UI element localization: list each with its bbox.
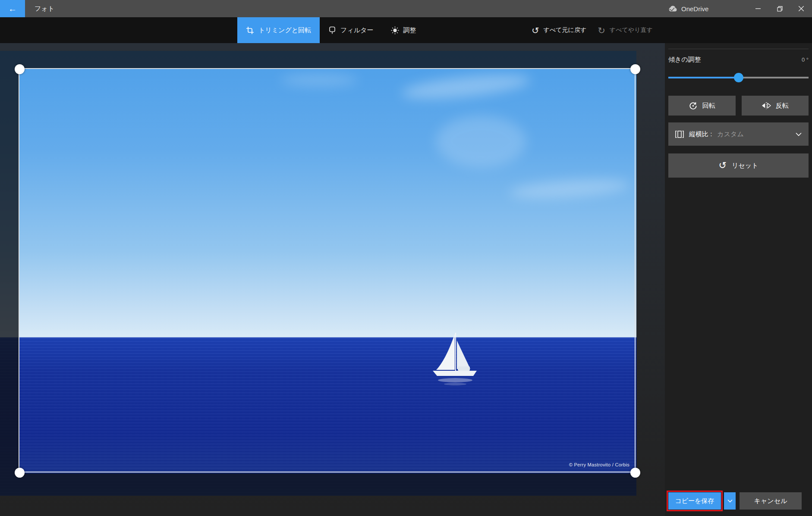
window-controls <box>747 0 812 17</box>
crop-icon <box>246 26 254 34</box>
flip-label: 反転 <box>776 102 789 110</box>
undo-label: すべて元に戻す <box>544 26 587 34</box>
reset-label: リセット <box>732 162 758 170</box>
editor-canvas: © Perry Mastrovito / Corbis <box>0 43 665 516</box>
rotate-flip-row: 回転 反転 <box>668 96 809 116</box>
close-button[interactable] <box>790 0 812 17</box>
tab-label: トリミングと回転 <box>258 26 311 34</box>
straighten-label: 傾きの調整 <box>668 56 701 64</box>
undo-all-button[interactable]: ↺ すべて元に戻す <box>532 17 586 43</box>
tab-label: フィルター <box>340 26 373 34</box>
straighten-row: 傾きの調整 0 ° <box>668 56 809 64</box>
restore-icon <box>777 6 783 12</box>
restore-button[interactable] <box>769 0 790 17</box>
onedrive-indicator[interactable]: OneDrive <box>668 0 708 17</box>
crop-handle-bottom-right[interactable] <box>630 468 640 478</box>
back-button[interactable]: ← <box>0 0 25 17</box>
straighten-slider[interactable] <box>668 72 809 83</box>
minimize-button[interactable] <box>747 0 769 17</box>
slider-fill <box>668 77 739 78</box>
panel-footer: コピーを保存 キャンセル <box>668 492 809 510</box>
rotate-button[interactable]: 回転 <box>668 96 736 116</box>
edit-tabs: トリミングと回転 フィルター 調整 <box>237 17 425 43</box>
redo-label: すべてやり直す <box>610 26 653 34</box>
flip-icon <box>762 102 771 109</box>
crop-frame[interactable] <box>19 68 636 472</box>
panel-separator <box>668 49 809 49</box>
aspect-ratio-dropdown[interactable]: 縦横比 : カスタム <box>668 122 809 146</box>
crop-handle-top-left[interactable] <box>15 64 25 74</box>
onedrive-cloud-icon <box>668 5 677 12</box>
undo-icon: ↺ <box>532 26 539 35</box>
chevron-down-icon <box>727 499 733 503</box>
redo-icon: ↻ <box>598 26 605 35</box>
titlebar: ← フォト OneDrive <box>0 0 812 17</box>
tab-label: 調整 <box>403 26 416 34</box>
aspect-label: 縦横比 : <box>689 130 712 138</box>
save-options-dropdown[interactable] <box>724 492 736 510</box>
straighten-value: 0 ° <box>802 56 809 63</box>
cancel-button[interactable]: キャンセル <box>740 492 802 510</box>
slider-thumb[interactable] <box>734 73 743 82</box>
aspect-ratio-icon <box>675 131 684 138</box>
close-icon <box>799 6 804 11</box>
save-copy-button[interactable]: コピーを保存 <box>668 492 721 510</box>
aspect-value: カスタム <box>717 130 743 138</box>
brightness-sun-icon <box>391 26 399 34</box>
rotate-label: 回転 <box>702 102 715 110</box>
photo-preview: © Perry Mastrovito / Corbis <box>0 51 636 496</box>
tab-filters[interactable]: フィルター <box>320 17 382 43</box>
back-arrow-icon: ← <box>8 4 17 14</box>
crop-dim-overlay-left <box>0 69 19 473</box>
reset-button[interactable]: ↺ リセット <box>668 153 809 178</box>
flip-button[interactable]: 反転 <box>742 96 809 116</box>
history-controls: ↺ すべて元に戻す ↻ すべてやり直す <box>532 17 653 43</box>
tab-crop-rotate[interactable]: トリミングと回転 <box>237 17 320 43</box>
app-title: フォト <box>35 0 54 17</box>
crop-dim-overlay-top <box>0 51 636 69</box>
crop-handle-top-right[interactable] <box>630 64 640 74</box>
rotate-icon <box>689 101 698 110</box>
edit-toolbar: トリミングと回転 フィルター 調整 ↺ す <box>0 17 812 43</box>
crop-dim-overlay-bottom <box>0 473 636 496</box>
crop-handle-bottom-left[interactable] <box>15 468 25 478</box>
filter-icon <box>328 26 336 34</box>
tab-adjust[interactable]: 調整 <box>382 17 425 43</box>
chevron-down-icon <box>796 132 802 136</box>
onedrive-label: OneDrive <box>681 5 708 13</box>
reset-icon: ↺ <box>719 161 727 170</box>
redo-all-button[interactable]: ↻ すべてやり直す <box>598 17 653 43</box>
minimize-icon <box>755 6 761 11</box>
crop-rotate-panel: トリミングと回転 傾きの調整 0 ° 回転 反転 <box>665 17 812 516</box>
photos-app-window: © Perry Mastrovito / Corbis ← フォト OneDri… <box>0 0 812 516</box>
